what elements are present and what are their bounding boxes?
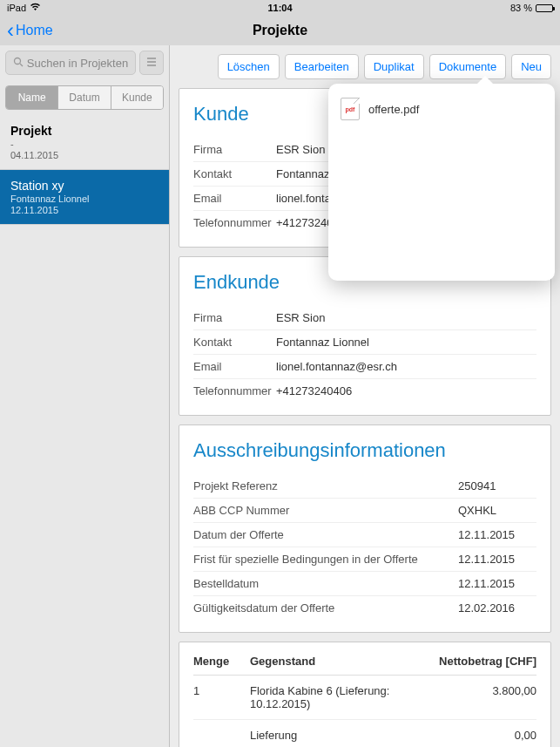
project-date: 04.11.2015 — [10, 150, 159, 160]
chevron-left-icon: ‹ — [7, 20, 14, 41]
back-label: Home — [16, 23, 53, 38]
wifi-icon — [30, 3, 41, 13]
tender-val: 12.11.2015 — [458, 577, 536, 590]
tender-key: Frist für spezielle Bedingungen in der O… — [193, 553, 458, 566]
tender-val: 12.11.2015 — [458, 528, 536, 541]
document-filename: offerte.pdf — [368, 103, 419, 116]
new-button[interactable]: Neu — [511, 54, 551, 79]
item-amt: 3.800,00 — [423, 684, 536, 710]
tender-heading: Ausschreibungsinformationen — [193, 439, 536, 462]
document-item[interactable]: pdf offerte.pdf — [328, 91, 555, 127]
svg-point-0 — [14, 58, 20, 64]
label-tel: Telefonnummer — [193, 384, 276, 397]
toolbar: Löschen Bearbeiten Duplikat Dokumente Ne… — [179, 54, 551, 79]
item-qty — [193, 729, 250, 742]
label-kontakt: Kontakt — [193, 167, 276, 180]
status-bar: iPad 11:04 83 % — [0, 0, 560, 16]
items-card: Menge Gegenstand Nettobetrag [CHF] 1 Flo… — [179, 642, 551, 747]
tender-key: Datum der Offerte — [193, 528, 458, 541]
tender-val: 250941 — [458, 479, 536, 492]
pdf-icon: pdf — [341, 98, 360, 120]
project-sub1: - — [10, 139, 159, 149]
documents-popover: pdf offerte.pdf — [328, 84, 555, 281]
device-label: iPad — [7, 3, 26, 13]
sort-kunde[interactable]: Kunde — [111, 86, 163, 109]
search-placeholder: Suchen in Projekten — [27, 57, 128, 70]
sort-segmented: Name Datum Kunde — [5, 85, 164, 110]
col-gegenstand: Gegenstand — [250, 655, 423, 668]
nav-bar: ‹ Home Projekte — [0, 16, 560, 45]
label-firma: Firma — [193, 143, 276, 156]
battery-icon — [536, 4, 553, 12]
col-netto: Nettobetrag [CHF] — [423, 655, 536, 668]
tender-key: Bestelldatum — [193, 577, 458, 590]
project-sub1: Fontannaz Lionnel — [10, 194, 159, 204]
label-email: Email — [193, 192, 276, 205]
label-email: Email — [193, 360, 276, 373]
delete-button[interactable]: Löschen — [218, 54, 280, 79]
items-header: Menge Gegenstand Nettobetrag [CHF] — [193, 655, 536, 676]
tender-val: 12.11.2015 — [458, 553, 536, 566]
battery-percent: 83 % — [510, 3, 532, 13]
sort-name[interactable]: Name — [6, 86, 58, 109]
tender-val: 12.02.2016 — [458, 601, 536, 615]
tender-key: ABB CCP Nummer — [193, 504, 458, 517]
project-title: Station xy — [10, 179, 159, 193]
edit-button[interactable]: Bearbeiten — [285, 54, 359, 79]
item-desc: Lieferung — [250, 729, 423, 742]
list-icon — [145, 57, 158, 70]
clock: 11:04 — [267, 3, 292, 13]
svg-line-1 — [20, 64, 23, 66]
item-row: Lieferung 0,00 — [193, 720, 536, 747]
value-kontakt: Fontannaz Lionnel — [276, 336, 536, 349]
project-item[interactable]: Station xy Fontannaz Lionnel 12.11.2015 — [0, 170, 169, 225]
documents-button[interactable]: Dokumente — [429, 54, 506, 79]
value-email: lionel.fontannaz@esr.ch — [276, 360, 536, 373]
tender-card: Ausschreibungsinformationen Projekt Refe… — [179, 424, 551, 633]
value-tel: +41273240406 — [276, 384, 536, 397]
item-desc: Florida Kabine 6 (Lieferung: 10.12.2015) — [250, 684, 423, 710]
tender-val: QXHKL — [458, 504, 536, 517]
col-menge: Menge — [193, 655, 250, 668]
label-firma: Firma — [193, 311, 276, 324]
sort-datum[interactable]: Datum — [58, 86, 111, 109]
back-button[interactable]: ‹ Home — [7, 20, 53, 41]
tender-key: Gültigkeitsdatum der Offerte — [193, 601, 458, 615]
search-input[interactable]: Suchen in Projekten — [5, 51, 136, 75]
search-icon — [13, 57, 24, 70]
tender-key: Projekt Referenz — [193, 479, 458, 492]
project-date: 12.11.2015 — [10, 205, 159, 215]
label-tel: Telefonnummer — [193, 216, 276, 229]
sidebar: Suchen in Projekten Name Datum Kunde Pro… — [0, 45, 170, 747]
duplicate-button[interactable]: Duplikat — [364, 54, 424, 79]
project-item[interactable]: Projekt - 04.11.2015 — [0, 115, 169, 170]
list-toggle-button[interactable] — [139, 51, 164, 75]
item-amt: 0,00 — [423, 729, 536, 742]
item-row: 1 Florida Kabine 6 (Lieferung: 10.12.201… — [193, 676, 536, 720]
value-firma: ESR Sion — [276, 311, 536, 324]
label-kontakt: Kontakt — [193, 336, 276, 349]
project-title: Projekt — [10, 124, 159, 138]
item-qty: 1 — [193, 684, 250, 710]
page-title: Projekte — [253, 23, 307, 38]
